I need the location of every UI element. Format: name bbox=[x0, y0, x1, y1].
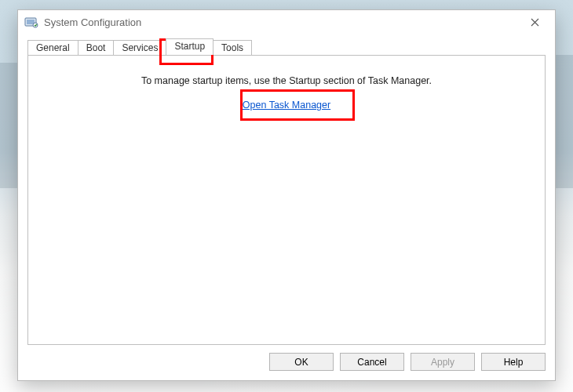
msconfig-icon bbox=[24, 16, 38, 30]
titlebar[interactable]: System Configuration bbox=[18, 10, 555, 34]
cancel-button[interactable]: Cancel bbox=[340, 353, 404, 371]
tabstrip: General Boot Services Startup Tools bbox=[27, 38, 546, 55]
startup-panel: To manage startup items, use the Startup… bbox=[27, 55, 546, 345]
help-button[interactable]: Help bbox=[481, 353, 546, 371]
startup-message: To manage startup items, use the Startup… bbox=[28, 75, 545, 86]
client-area: General Boot Services Startup Tools To m… bbox=[18, 34, 555, 380]
dialog-buttons: OK Cancel Apply Help bbox=[27, 345, 546, 371]
ok-button[interactable]: OK bbox=[269, 353, 334, 371]
tab-services[interactable]: Services bbox=[113, 40, 166, 56]
tab-general[interactable]: General bbox=[27, 40, 78, 56]
apply-button[interactable]: Apply bbox=[411, 353, 475, 371]
tab-boot[interactable]: Boot bbox=[78, 40, 115, 56]
tab-startup[interactable]: Startup bbox=[166, 38, 214, 55]
tab-tools[interactable]: Tools bbox=[213, 40, 252, 56]
sysconfig-dialog: System Configuration General Boot Servic… bbox=[17, 9, 556, 381]
window-title: System Configuration bbox=[44, 16, 141, 28]
open-task-manager-link[interactable]: Open Task Manager bbox=[243, 100, 330, 111]
close-button[interactable] bbox=[517, 12, 552, 34]
close-icon bbox=[531, 18, 539, 27]
svg-point-2 bbox=[33, 23, 38, 27]
